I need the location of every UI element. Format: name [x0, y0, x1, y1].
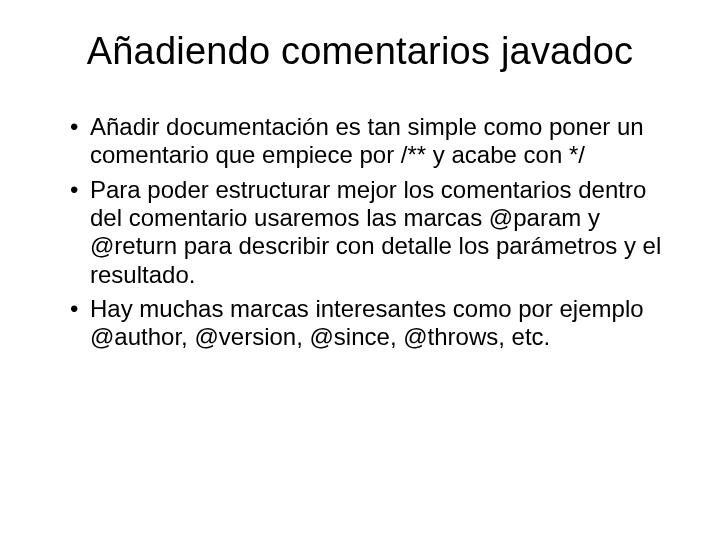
bullet-list: Añadir documentación es tan simple como …: [50, 113, 670, 352]
list-item: Para poder estructurar mejor los comenta…: [70, 176, 670, 289]
list-item: Hay muchas marcas interesantes como por …: [70, 295, 670, 352]
list-item: Añadir documentación es tan simple como …: [70, 113, 670, 170]
slide: Añadiendo comentarios javadoc Añadir doc…: [0, 0, 720, 540]
slide-title: Añadiendo comentarios javadoc: [50, 30, 670, 73]
